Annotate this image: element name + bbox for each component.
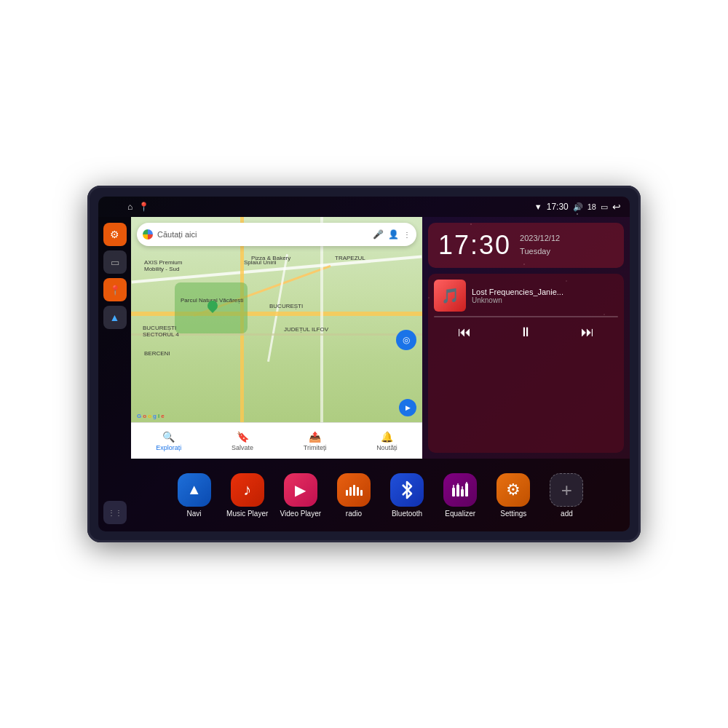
- map-container[interactable]: AXIS PremiumMobility - Sud Pizza & Baker…: [131, 217, 422, 459]
- settings-label: Settings: [500, 510, 526, 518]
- share-label: Trimiteți: [304, 444, 327, 451]
- sidebar-settings[interactable]: ⚙: [103, 223, 127, 246]
- music-artist: Unknown: [472, 296, 618, 304]
- map-label-trap: TRAPEZUL: [335, 255, 365, 261]
- map-news-btn[interactable]: 🔔 Noutăți: [376, 431, 397, 451]
- radio-icon-wrap: [337, 473, 371, 507]
- status-time: 17:30: [547, 202, 569, 212]
- map-status-icon[interactable]: 📍: [138, 202, 149, 212]
- app-equalizer[interactable]: Equalizer: [434, 473, 487, 518]
- clock-time: 17:30: [438, 230, 511, 261]
- bluetooth-label: Bluetooth: [392, 510, 422, 518]
- map-pin-icon: 📍: [109, 285, 121, 296]
- google-g-icon: [143, 229, 153, 240]
- map-label-s4: BUCUREȘTISECTORUL 4: [143, 325, 179, 338]
- prev-track-button[interactable]: ⏮: [449, 322, 480, 343]
- bluetooth-icon-wrap: [390, 473, 424, 507]
- app-navi[interactable]: ▲ Navi: [167, 473, 221, 518]
- app-video-player[interactable]: ▶ Video Player: [274, 473, 327, 518]
- app-music-player[interactable]: ♪ Music Player: [221, 473, 274, 518]
- svg-rect-1: [349, 487, 352, 496]
- sidebar-map[interactable]: 📍: [103, 278, 127, 301]
- map-search-bar[interactable]: Căutați aici 🎤 👤 ⋮: [137, 223, 416, 246]
- settings-icon-wrap: ⚙: [496, 473, 530, 507]
- screen: ⌂ 📍 ▼ 17:30 🔊 18 ▭ ↩ ⚙ ▭: [98, 197, 630, 531]
- share-icon: 📤: [309, 431, 321, 443]
- map-location-btn[interactable]: ◎: [396, 330, 416, 350]
- news-icon: 🔔: [381, 431, 393, 443]
- files-icon: ▭: [111, 257, 119, 268]
- equalizer-icon-wrap: [443, 473, 477, 507]
- back-icon[interactable]: ↩: [612, 201, 621, 213]
- svg-rect-5: [452, 488, 455, 496]
- start-nav-icon: ▶: [405, 404, 411, 411]
- map-explore-btn[interactable]: 🔍 Explorați: [156, 431, 181, 451]
- map-label-berceni: BERCENI: [144, 350, 170, 357]
- sidebar-grid[interactable]: ⋮⋮: [103, 501, 127, 524]
- battery-icon: ▭: [601, 202, 608, 212]
- volume-icon: 🔊: [573, 202, 583, 212]
- settings-icon: ⚙: [110, 229, 119, 240]
- album-art: 🎵: [434, 280, 466, 312]
- google-logo: G o o g l e: [137, 413, 165, 419]
- status-bar: ⌂ 📍 ▼ 17:30 🔊 18 ▭ ↩: [98, 197, 630, 217]
- music-text: Lost Frequencies_Janie... Unknown: [472, 288, 618, 304]
- app-bluetooth[interactable]: Bluetooth: [381, 473, 434, 518]
- map-label-ilfov: JUDEȚUL ILFOV: [284, 326, 328, 333]
- sidebar-navi[interactable]: ▲: [103, 306, 127, 329]
- music-info: 🎵 Lost Frequencies_Janie... Unknown: [434, 280, 618, 312]
- svg-rect-6: [456, 485, 459, 496]
- status-left-icons: ⌂ 📍: [127, 202, 149, 212]
- music-note-icon: ♪: [243, 480, 251, 499]
- right-panel: 17:30 2023/12/12 Tuesday 🎵: [422, 217, 630, 459]
- music-progress-bar[interactable]: [434, 316, 618, 317]
- navi-icon: ▲: [178, 473, 211, 507]
- app-add[interactable]: + add: [540, 473, 593, 518]
- map-bottom-bar: 🔍 Explorați 🔖 Salvate 📤 Trimiteți: [131, 422, 422, 459]
- radio-label: radio: [346, 510, 362, 518]
- next-track-button[interactable]: ⏭: [572, 322, 603, 343]
- explore-label: Explorați: [156, 444, 181, 451]
- status-right-area: ▼ 17:30 🔊 18 ▭ ↩: [534, 201, 621, 213]
- pause-button[interactable]: ⏸: [510, 322, 541, 343]
- clock-date-area: 2023/12/12 Tuesday: [520, 232, 560, 258]
- video-player-icon: ▶: [284, 473, 317, 507]
- music-player-icon: ♪: [231, 473, 264, 507]
- svg-rect-2: [353, 485, 355, 496]
- equalizer-label: Equalizer: [445, 510, 475, 518]
- map-label-axis: AXIS PremiumMobility - Sud: [144, 259, 182, 272]
- nav-arrow-icon: ▲: [110, 312, 120, 323]
- svg-rect-7: [461, 489, 464, 496]
- content-area: AXIS PremiumMobility - Sud Pizza & Baker…: [131, 217, 630, 531]
- map-nav-btn[interactable]: ▶: [399, 399, 416, 416]
- plus-icon: +: [561, 480, 572, 499]
- map-label-buc: BUCUREȘTI: [269, 303, 303, 309]
- play-icon: ▶: [295, 481, 306, 499]
- navi-arrow-icon: ▲: [187, 481, 202, 498]
- map-search-input[interactable]: Căutați aici: [157, 230, 368, 239]
- navi-label: Navi: [187, 510, 202, 518]
- saved-icon: 🔖: [237, 431, 249, 443]
- clock-day: Tuesday: [520, 245, 560, 258]
- menu-dots-icon[interactable]: ⋮: [403, 231, 411, 239]
- map-share-btn[interactable]: 📤 Trimiteți: [304, 431, 327, 451]
- map-saved-btn[interactable]: 🔖 Salvate: [232, 431, 253, 451]
- sidebar-files[interactable]: ▭: [103, 250, 127, 274]
- music-player-label: Music Player: [226, 510, 268, 518]
- explore-icon: 🔍: [162, 431, 175, 443]
- radio-wave-icon: [344, 483, 363, 497]
- svg-rect-8: [465, 483, 468, 496]
- app-grid: ▲ Navi ♪ Music Player ▶ Vid: [131, 459, 630, 531]
- add-label: add: [561, 510, 573, 518]
- account-icon[interactable]: 👤: [388, 229, 399, 240]
- battery-level: 18: [587, 202, 596, 211]
- home-icon[interactable]: ⌂: [127, 202, 132, 212]
- video-player-label: Video Player: [280, 510, 322, 518]
- app-settings[interactable]: ⚙ Settings: [487, 473, 540, 518]
- app-radio[interactable]: radio: [327, 473, 380, 518]
- clock-widget: 17:30 2023/12/12 Tuesday: [428, 223, 624, 268]
- wifi-icon: ▼: [534, 202, 542, 211]
- location-icon: ◎: [403, 335, 410, 345]
- svg-rect-4: [360, 490, 363, 496]
- mic-icon[interactable]: 🎤: [373, 229, 384, 240]
